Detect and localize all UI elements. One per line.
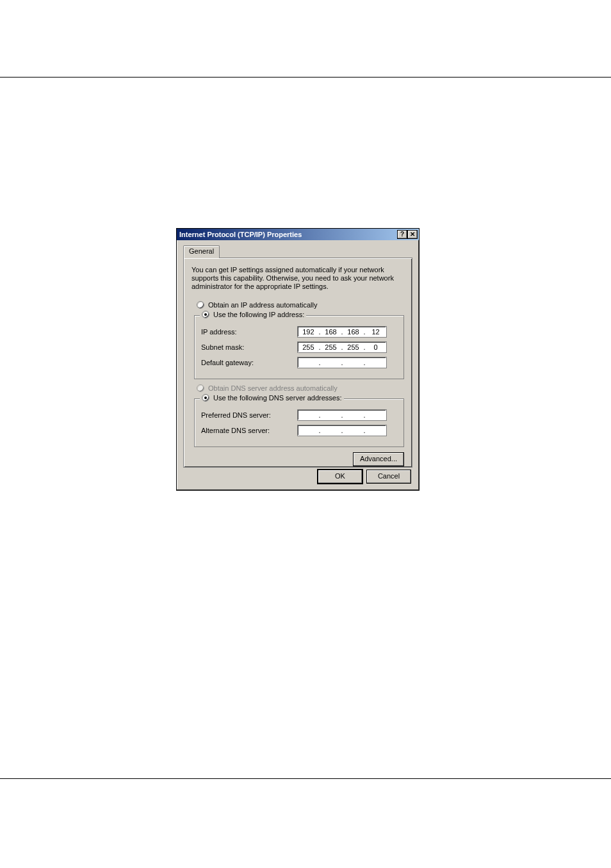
ip-octet[interactable]: 192 <box>300 328 316 336</box>
ip-octet[interactable]: 255 <box>323 343 338 351</box>
cancel-button[interactable]: Cancel <box>366 470 411 484</box>
radio-use-dns[interactable] <box>202 394 209 402</box>
ip-octet[interactable]: 168 <box>323 328 338 336</box>
page-header-rule <box>0 77 611 78</box>
radio-obtain-ip-label: Obtain an IP address automatically <box>208 301 317 309</box>
window-controls: ? ✕ <box>397 230 418 239</box>
radio-use-ip[interactable] <box>202 311 209 318</box>
titlebar[interactable]: Internet Protocol (TCP/IP) Properties ? … <box>177 229 419 240</box>
radio-use-dns-row[interactable]: Use the following DNS server addresses: <box>200 394 344 402</box>
ip-address-input[interactable]: 192. 168. 168. 12 <box>297 326 387 338</box>
ip-address-row: IP address: 192. 168. 168. 12 <box>201 326 397 338</box>
preferred-dns-row: Preferred DNS server: . . . <box>201 409 397 421</box>
dialog-client-area: General You can get IP settings assigned… <box>177 240 419 490</box>
tab-panel-general: You can get IP settings assigned automat… <box>183 258 412 468</box>
default-gateway-input[interactable]: . . . <box>297 357 387 368</box>
tab-strip: General <box>183 245 412 258</box>
dns-group: Use the following DNS server addresses: … <box>194 398 404 447</box>
radio-use-dns-label: Use the following DNS server addresses: <box>213 394 342 402</box>
advanced-button-row: Advanced... <box>191 452 404 466</box>
radio-obtain-dns-row: Obtain DNS server address automatically <box>197 384 404 392</box>
subnet-mask-label: Subnet mask: <box>201 343 297 351</box>
subnet-mask-input[interactable]: 255. 255. 255. 0 <box>297 341 387 353</box>
advanced-button[interactable]: Advanced... <box>353 452 404 466</box>
ip-octet[interactable]: 255 <box>346 343 361 351</box>
ip-address-label: IP address: <box>201 328 297 336</box>
close-icon[interactable]: ✕ <box>407 230 418 239</box>
radio-use-ip-row[interactable]: Use the following IP address: <box>200 311 306 318</box>
ip-address-group: Use the following IP address: IP address… <box>194 315 404 379</box>
radio-obtain-dns <box>197 384 204 392</box>
preferred-dns-input[interactable]: . . . <box>297 409 387 421</box>
help-icon[interactable]: ? <box>397 230 407 239</box>
preferred-dns-label: Preferred DNS server: <box>201 411 297 419</box>
ok-button[interactable]: OK <box>318 470 363 484</box>
dialog-footer-buttons: OK Cancel <box>318 470 411 484</box>
alternate-dns-input[interactable]: . . . <box>297 425 387 436</box>
default-gateway-row: Default gateway: . . . <box>201 357 397 368</box>
default-gateway-label: Default gateway: <box>201 359 297 366</box>
tab-general[interactable]: General <box>183 245 220 258</box>
ip-octet[interactable]: 12 <box>368 328 384 336</box>
radio-obtain-ip-row[interactable]: Obtain an IP address automatically <box>197 301 404 309</box>
info-text: You can get IP settings assigned automat… <box>191 266 403 291</box>
window-title: Internet Protocol (TCP/IP) Properties <box>179 231 302 238</box>
ip-octet[interactable]: 255 <box>300 343 316 351</box>
subnet-mask-row: Subnet mask: 255. 255. 255. 0 <box>201 341 397 353</box>
page-footer-rule <box>0 778 611 779</box>
radio-use-ip-label: Use the following IP address: <box>213 311 304 318</box>
alternate-dns-row: Alternate DNS server: . . . <box>201 425 397 436</box>
tcpip-properties-dialog: Internet Protocol (TCP/IP) Properties ? … <box>176 228 420 491</box>
radio-obtain-ip[interactable] <box>197 301 204 309</box>
radio-obtain-dns-label: Obtain DNS server address automatically <box>208 384 338 392</box>
ip-octet[interactable]: 0 <box>368 343 384 351</box>
ip-octet[interactable]: 168 <box>346 328 361 336</box>
alternate-dns-label: Alternate DNS server: <box>201 427 297 434</box>
